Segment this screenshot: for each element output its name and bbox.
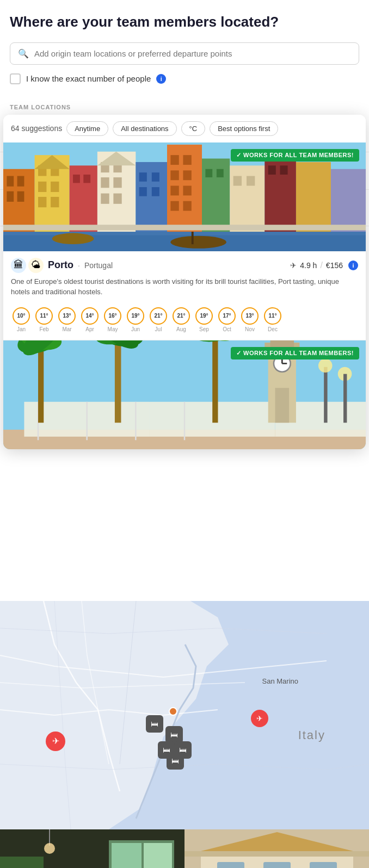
svg-rect-106 bbox=[217, 862, 244, 868]
temp-month-apr: Apr bbox=[85, 326, 94, 332]
checkbox-row: I know the exact number of people i bbox=[10, 73, 359, 84]
temp-circle-oct: 17° bbox=[218, 307, 236, 325]
temp-circle-may: 16° bbox=[104, 307, 121, 325]
photo-bedroom[interactable] bbox=[0, 829, 184, 868]
svg-rect-23 bbox=[101, 193, 109, 203]
map-pin-flight-1[interactable]: ✈ bbox=[46, 731, 65, 751]
temp-month-nov: Nov bbox=[245, 326, 255, 332]
filter-destinations[interactable]: All destinations bbox=[113, 121, 176, 136]
porto-works-badge: WORKS FOR ALL TEAM MEMBERS! bbox=[231, 149, 359, 162]
svg-rect-33 bbox=[170, 170, 179, 180]
svg-rect-27 bbox=[152, 172, 159, 182]
svg-rect-34 bbox=[183, 170, 191, 180]
porto-dot: · bbox=[78, 261, 80, 270]
map-label-san-marino: San Marino bbox=[262, 677, 298, 685]
info-icon[interactable]: i bbox=[156, 74, 166, 84]
svg-rect-42 bbox=[230, 165, 265, 232]
header-section: Where are your team members located? 🔍 I… bbox=[0, 0, 369, 93]
svg-rect-69 bbox=[115, 340, 121, 423]
content-stack: Munich Germany × Paris France Londo Unit… bbox=[0, 115, 369, 601]
svg-rect-16 bbox=[73, 175, 80, 183]
svg-rect-26 bbox=[139, 172, 147, 182]
svg-point-54 bbox=[170, 236, 226, 249]
temp-circle-dec: 11° bbox=[264, 307, 281, 325]
svg-rect-6 bbox=[7, 191, 14, 202]
svg-rect-29 bbox=[152, 187, 159, 196]
svg-rect-22 bbox=[113, 177, 121, 188]
svg-rect-24 bbox=[113, 193, 121, 203]
temp-mar: 13° Mar bbox=[57, 307, 77, 332]
svg-rect-104 bbox=[184, 851, 369, 857]
filter-best-options[interactable]: Best options first bbox=[210, 121, 278, 136]
filter-anytime[interactable]: Anytime bbox=[66, 121, 108, 136]
porto-flight-time: 4.9 h bbox=[300, 261, 317, 270]
card2-works-badge: WORKS FOR ALL TEAM MEMBERS! bbox=[231, 347, 359, 359]
svg-rect-107 bbox=[263, 862, 291, 868]
svg-rect-41 bbox=[217, 169, 224, 177]
page-title: Where are your team members located? bbox=[10, 13, 359, 32]
svg-point-53 bbox=[52, 233, 94, 244]
temp-oct: 17° Oct bbox=[217, 307, 237, 332]
search-input[interactable] bbox=[34, 49, 351, 58]
svg-rect-35 bbox=[170, 185, 179, 195]
svg-rect-36 bbox=[183, 185, 191, 195]
photo-grid bbox=[0, 829, 369, 868]
photo-pool[interactable] bbox=[184, 829, 369, 868]
search-bar[interactable]: 🔍 bbox=[10, 42, 359, 65]
svg-rect-43 bbox=[233, 176, 242, 185]
svg-rect-12 bbox=[51, 182, 59, 192]
svg-rect-55 bbox=[192, 232, 194, 244]
porto-info-row: 🏛 🌤 Porto · Portugal ✈ 4.9 h / €156 i bbox=[3, 251, 366, 276]
svg-rect-4 bbox=[7, 176, 14, 186]
temp-month-jul: Jul bbox=[155, 326, 162, 332]
porto-info-icon[interactable]: i bbox=[348, 261, 358, 270]
svg-rect-83 bbox=[324, 367, 327, 423]
temp-jul: 21° Jul bbox=[148, 307, 169, 332]
porto-icons: 🏛 🌤 bbox=[11, 258, 44, 273]
temp-month-mar: Mar bbox=[62, 326, 71, 332]
exact-people-checkbox[interactable] bbox=[10, 73, 21, 84]
suggestions-count: 64 suggestions bbox=[11, 124, 62, 133]
filter-temp-unit[interactable]: °C bbox=[181, 121, 206, 136]
svg-rect-14 bbox=[51, 197, 59, 207]
svg-rect-49 bbox=[331, 169, 366, 232]
map-pin-flight-2[interactable]: ✈ bbox=[251, 710, 268, 727]
card2-image: WORKS FOR ALL TEAM MEMBERS! bbox=[3, 340, 366, 449]
destination-card-2[interactable]: WORKS FOR ALL TEAM MEMBERS! bbox=[3, 340, 366, 449]
temp-circle-jul: 21° bbox=[150, 307, 167, 325]
porto-price: €156 bbox=[326, 261, 343, 270]
temp-sep: 19° Sep bbox=[194, 307, 214, 332]
porto-stats: ✈ 4.9 h / €156 i bbox=[290, 261, 358, 270]
map-pin-hotel-2[interactable]: 🛏 bbox=[165, 726, 183, 743]
suggestions-toolbar: 64 suggestions Anytime All destinations … bbox=[3, 115, 366, 142]
temp-month-oct: Oct bbox=[223, 326, 231, 332]
porto-city-wrap: 🏛 🌤 Porto · Portugal bbox=[11, 258, 113, 273]
map-pin-hotel-5[interactable]: 🛏 bbox=[167, 752, 184, 770]
suggestions-overlay: 64 suggestions Anytime All destinations … bbox=[3, 115, 366, 449]
svg-rect-17 bbox=[83, 175, 90, 183]
svg-rect-46 bbox=[268, 165, 276, 175]
temp-nov: 13° Nov bbox=[239, 307, 260, 332]
temp-apr: 14° Apr bbox=[79, 307, 100, 332]
temp-month-dec: Dec bbox=[268, 326, 278, 332]
svg-rect-82 bbox=[275, 388, 290, 423]
porto-icon-building: 🏛 bbox=[11, 258, 26, 273]
temp-month-may: May bbox=[108, 326, 118, 332]
map-label-italy: Italy bbox=[298, 728, 325, 742]
svg-rect-40 bbox=[205, 169, 212, 177]
temp-aug: 21° Aug bbox=[171, 307, 192, 332]
porto-description: One of Europe's oldest tourist destinati… bbox=[3, 276, 366, 304]
svg-rect-48 bbox=[296, 162, 331, 232]
porto-city-name: Porto bbox=[48, 259, 73, 271]
svg-rect-65 bbox=[38, 340, 44, 423]
temp-circle-aug: 21° bbox=[173, 307, 190, 325]
svg-rect-86 bbox=[343, 374, 347, 423]
map-pin-hotel-1[interactable]: 🛏 bbox=[146, 715, 163, 733]
temp-circle-apr: 14° bbox=[81, 307, 99, 325]
temp-month-jan: Jan bbox=[17, 326, 26, 332]
temp-month-aug: Aug bbox=[176, 326, 186, 332]
destination-card-porto[interactable]: WORKS FOR ALL TEAM MEMBERS! 🏛 🌤 Porto · … bbox=[3, 142, 366, 340]
svg-rect-52 bbox=[3, 225, 366, 230]
svg-rect-47 bbox=[280, 165, 287, 175]
porto-icon-sun: 🌤 bbox=[28, 258, 44, 273]
